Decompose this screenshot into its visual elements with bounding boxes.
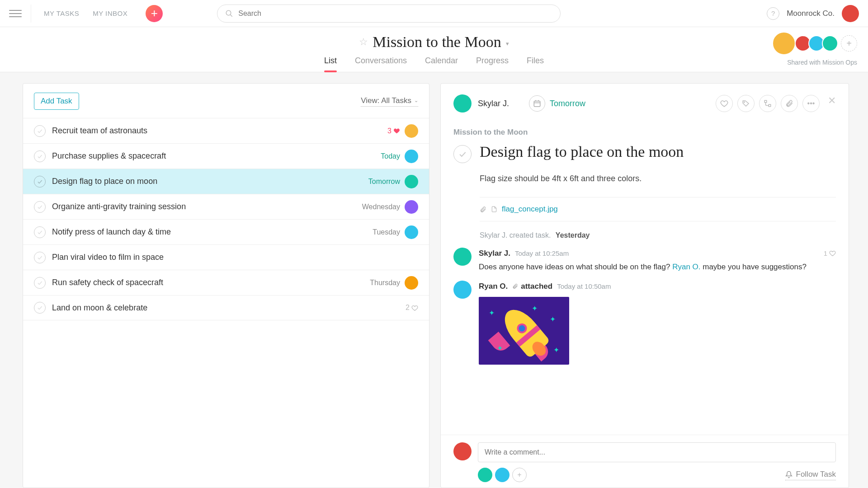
task-title: Run safety check of spacecraft xyxy=(52,278,370,287)
task-row[interactable]: Design flag to place on moonTomorrow xyxy=(23,169,429,194)
comment-text: Does anyone have ideas on what should be… xyxy=(479,261,836,273)
add-member-button[interactable]: + xyxy=(841,35,857,52)
complete-task-checkbox[interactable] xyxy=(453,145,472,163)
task-row[interactable]: Run safety check of spacecraftThursday xyxy=(23,270,429,295)
add-task-button[interactable]: Add Task xyxy=(34,93,79,110)
comment-author: Ryan O. xyxy=(479,281,508,292)
member-avatar[interactable] xyxy=(772,32,796,55)
due-date-button[interactable]: Tomorrow xyxy=(527,94,587,113)
task-due: Today xyxy=(381,152,400,160)
nav-my-inbox[interactable]: MY INBOX xyxy=(93,9,127,17)
assignee-name[interactable]: Skylar J. xyxy=(478,99,509,108)
add-button[interactable]: + xyxy=(146,5,163,22)
task-checkbox[interactable] xyxy=(34,125,46,137)
svg-point-6 xyxy=(744,102,745,103)
tab-files[interactable]: Files xyxy=(527,56,544,72)
task-due: Tuesday xyxy=(373,228,400,236)
svg-rect-7 xyxy=(764,100,767,103)
add-follower-button[interactable]: + xyxy=(512,468,527,482)
assignee-avatar[interactable] xyxy=(405,200,418,214)
assignee-avatar[interactable] xyxy=(405,276,418,290)
task-likes: 2 xyxy=(406,304,418,312)
svg-rect-8 xyxy=(769,104,771,107)
task-checkbox[interactable] xyxy=(34,277,46,289)
task-row[interactable]: Notify press of launch day & timeTuesday xyxy=(23,219,429,244)
assignee-avatar[interactable] xyxy=(405,124,418,138)
breadcrumb[interactable]: Mission to the Moon xyxy=(453,128,836,137)
assignee-avatar[interactable] xyxy=(405,225,418,239)
attachment-link[interactable]: flag_concept.jpg xyxy=(502,205,558,214)
task-description[interactable]: Flag size should be 4ft x 6ft and three … xyxy=(480,174,836,183)
search-icon xyxy=(225,9,233,18)
comment-likes[interactable]: 1 xyxy=(824,249,836,259)
comment-time: Today at 10:25am xyxy=(515,249,569,259)
project-title: Mission to the Moon xyxy=(373,33,501,51)
comment-time: Today at 10:50am xyxy=(557,282,611,292)
task-title: Design flag to place on moon xyxy=(52,177,368,186)
star-icon[interactable]: ☆ xyxy=(359,36,368,48)
task-row[interactable]: Purchase supplies & spacecraftToday xyxy=(23,143,429,169)
attachment-button[interactable] xyxy=(781,95,798,112)
tab-conversations[interactable]: Conversations xyxy=(355,56,407,72)
task-row[interactable]: Organize anti-gravity training sessionWe… xyxy=(23,194,429,219)
mention[interactable]: Ryan O. xyxy=(672,263,700,271)
task-detail-panel: Skylar J. Tomorrow ••• ✕ Mission to the … xyxy=(440,83,849,488)
task-list-panel: Add Task View: All Tasks ⌄ Recruit team … xyxy=(23,83,429,488)
task-row[interactable]: Plan viral video to film in space xyxy=(23,244,429,270)
comment-attachment-image[interactable]: ✦✦✦✦✦ xyxy=(479,297,569,365)
follower-avatar[interactable] xyxy=(478,468,492,482)
search-input[interactable] xyxy=(217,5,561,23)
tab-list[interactable]: List xyxy=(324,56,337,72)
svg-line-1 xyxy=(231,14,233,17)
task-title[interactable]: Design flag to place on the moon xyxy=(480,143,684,160)
attached-badge: attached xyxy=(512,281,552,292)
subtask-button[interactable] xyxy=(759,95,776,112)
comment-input[interactable] xyxy=(478,442,836,462)
tag-button[interactable] xyxy=(737,95,755,112)
chevron-down-icon[interactable]: ▾ xyxy=(506,40,509,47)
follow-task-button[interactable]: Follow Task xyxy=(785,470,836,480)
profile-avatar[interactable] xyxy=(842,5,859,22)
task-likes: 3 xyxy=(387,127,400,135)
task-due: Thursday xyxy=(370,279,400,287)
due-date-label: Tomorrow xyxy=(550,99,585,108)
task-checkbox[interactable] xyxy=(34,150,46,162)
view-selector[interactable]: View: All Tasks ⌄ xyxy=(361,96,418,107)
task-due: Tomorrow xyxy=(368,178,400,186)
svg-rect-2 xyxy=(534,101,540,107)
task-checkbox[interactable] xyxy=(34,201,46,213)
comment: Ryan O.attachedToday at 10:50am✦✦✦✦✦ xyxy=(453,281,836,365)
help-icon[interactable]: ? xyxy=(767,7,779,20)
task-row[interactable]: Recruit team of astronauts3 xyxy=(23,118,429,143)
task-title: Recruit team of astronauts xyxy=(52,126,387,136)
divider xyxy=(31,5,31,23)
comment: Skylar J.Today at 10:25am1 Does anyone h… xyxy=(453,248,836,272)
shared-with-label: Shared with Mission Ops xyxy=(787,59,857,66)
comment-avatar[interactable] xyxy=(453,281,472,299)
task-due: Wednesday xyxy=(362,203,400,211)
follower-avatar[interactable] xyxy=(495,468,509,482)
chevron-down-icon: ⌄ xyxy=(414,98,418,103)
task-title: Purchase supplies & spacecraft xyxy=(52,151,381,161)
assignee-avatar[interactable] xyxy=(453,94,472,113)
assignee-avatar[interactable] xyxy=(405,150,418,163)
member-avatar[interactable] xyxy=(822,35,838,52)
task-checkbox[interactable] xyxy=(34,226,46,238)
tab-progress[interactable]: Progress xyxy=(476,56,509,72)
close-icon[interactable]: ✕ xyxy=(828,95,836,112)
hamburger-menu-icon[interactable] xyxy=(9,7,22,20)
comment-avatar[interactable] xyxy=(453,248,472,266)
tab-calendar[interactable]: Calendar xyxy=(425,56,458,72)
calendar-icon xyxy=(529,95,545,112)
assignee-avatar[interactable] xyxy=(405,175,418,188)
task-checkbox[interactable] xyxy=(34,252,46,263)
nav-my-tasks[interactable]: MY TASKS xyxy=(44,9,79,17)
org-name[interactable]: Moonrock Co. xyxy=(787,9,835,18)
task-checkbox[interactable] xyxy=(34,302,46,314)
task-checkbox[interactable] xyxy=(34,176,46,188)
svg-point-0 xyxy=(226,10,231,15)
task-row[interactable]: Land on moon & celebrate2 xyxy=(23,295,429,320)
activity-entry: Skylar J. created task. Yesterday xyxy=(480,231,836,239)
like-button[interactable] xyxy=(716,95,733,112)
more-button[interactable]: ••• xyxy=(802,95,820,112)
